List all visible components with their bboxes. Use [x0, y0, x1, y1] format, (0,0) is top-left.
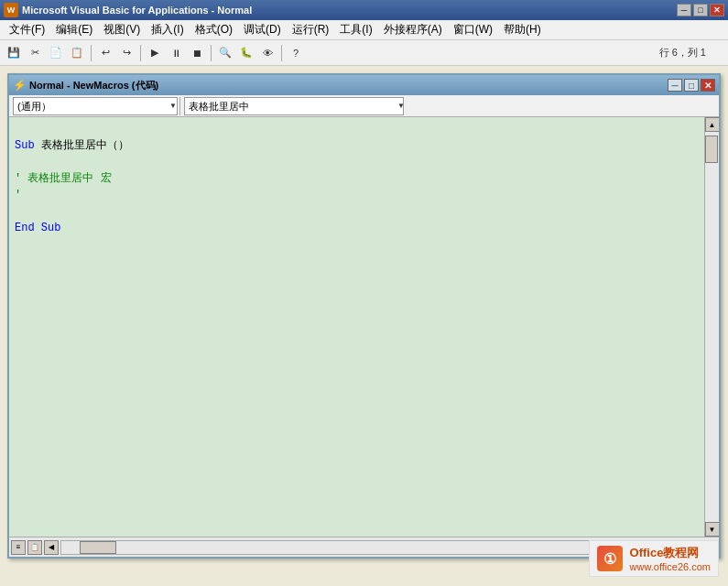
view-form-button[interactable]: 📋: [27, 540, 42, 555]
toolbar-search-btn[interactable]: 🔍: [215, 43, 235, 63]
vba-vertical-scrollbar[interactable]: ▲ ▼: [704, 117, 719, 537]
code-line-5: ': [15, 187, 699, 203]
toolbar-watch-btn[interactable]: 👁: [257, 43, 277, 63]
watermark-site-name: Office教程网: [630, 545, 711, 561]
menu-edit[interactable]: 编辑(E): [50, 20, 98, 39]
menu-insert[interactable]: 插入(I): [146, 20, 189, 39]
vba-maximize-button[interactable]: □: [684, 79, 699, 92]
macro-dropdown[interactable]: 表格批里居中: [184, 97, 404, 115]
toolbar-sep3: [211, 45, 212, 61]
menu-file[interactable]: 文件(F): [4, 20, 50, 39]
menu-help[interactable]: 帮助(H): [498, 20, 547, 39]
code-line-4: ' 表格批里居中 宏: [15, 170, 699, 187]
vba-window-icon: ⚡: [13, 79, 26, 92]
code-line-2: Sub 表格批里居中（）: [15, 137, 699, 154]
toolbar-cursor-pos: 行 6，列 1: [659, 46, 724, 60]
vba-window-title-bar: ⚡ Normal - NewMacros (代码) ─ □ ✕: [9, 75, 719, 95]
toolbar-paste-btn[interactable]: 📋: [67, 43, 87, 63]
toolbar-sep2: [140, 45, 141, 61]
main-area: ⚡ Normal - NewMacros (代码) ─ □ ✕ (通用） 表格批…: [0, 66, 728, 566]
vba-window-controls: ─ □ ✕: [668, 79, 715, 92]
toolbar-help-btn[interactable]: ?: [286, 43, 306, 63]
app-title: Microsoft Visual Basic for Applications …: [22, 5, 677, 16]
context-select-wrap: (通用）: [9, 95, 179, 117]
code-line-3: [15, 154, 699, 170]
scroll-down-button[interactable]: ▼: [705, 522, 720, 537]
app-maximize-button[interactable]: □: [693, 4, 708, 16]
code-editor[interactable]: Sub 表格批里居中（） ' 表格批里居中 宏 ' End Sub: [9, 117, 704, 537]
toolbar-copy-btn[interactable]: 📄: [46, 43, 66, 63]
vba-code-area: Sub 表格批里居中（） ' 表格批里居中 宏 ' End Sub ▲ ▼: [9, 117, 719, 537]
watermark-logo: ①: [597, 546, 623, 571]
hscroll-thumb[interactable]: [80, 541, 116, 554]
menu-debug[interactable]: 调试(D): [238, 20, 287, 39]
watermark: ① Office教程网 www.office26.com: [589, 540, 719, 577]
toolbar-debug-btn[interactable]: 🐛: [236, 43, 256, 63]
toolbar: 💾 ✂ 📄 📋 ↩ ↪ ▶ ⏸ ⏹ 🔍 🐛 👁 ? 行 6，列 1: [0, 40, 728, 66]
watermark-text-block: Office教程网 www.office26.com: [630, 545, 711, 572]
code-line-7: End Sub: [15, 220, 699, 236]
menu-tools[interactable]: 工具(I): [334, 20, 377, 39]
toolbar-cut-btn[interactable]: ✂: [25, 43, 45, 63]
vba-window-title: Normal - NewMacros (代码): [29, 79, 668, 92]
menu-format[interactable]: 格式(O): [190, 20, 238, 39]
toolbar-sep1: [91, 45, 92, 61]
scroll-up-button[interactable]: ▲: [705, 117, 720, 132]
menu-window[interactable]: 窗口(W): [448, 20, 498, 39]
hscroll-left-button[interactable]: ◀: [44, 540, 59, 555]
toolbar-pause-btn[interactable]: ⏸: [166, 43, 186, 63]
vba-minimize-button[interactable]: ─: [668, 79, 682, 92]
watermark-site-url: www.office26.com: [630, 561, 711, 572]
toolbar-sep4: [281, 45, 282, 61]
toolbar-undo-btn[interactable]: ↩: [95, 43, 115, 63]
view-code-button[interactable]: ≡: [11, 540, 26, 555]
menu-run[interactable]: 运行(R): [287, 20, 335, 39]
toolbar-redo-btn[interactable]: ↪: [116, 43, 136, 63]
scroll-track-v[interactable]: [705, 132, 719, 522]
toolbar-run-btn[interactable]: ▶: [145, 43, 165, 63]
code-line-6: [15, 203, 699, 220]
app-icon: W: [4, 3, 18, 17]
toolbar-save-btn[interactable]: 💾: [4, 43, 24, 63]
vba-editor-window: ⚡ Normal - NewMacros (代码) ─ □ ✕ (通用） 表格批…: [7, 73, 721, 559]
menu-view[interactable]: 视图(V): [98, 20, 146, 39]
macro-select-wrap: 表格批里居中: [180, 95, 407, 117]
vba-left-buttons: ≡ 📋: [9, 538, 44, 557]
title-bar-buttons: ─ □ ✕: [677, 4, 724, 16]
code-line-1: [15, 121, 699, 137]
app-title-bar: W Microsoft Visual Basic for Application…: [0, 0, 728, 20]
app-minimize-button[interactable]: ─: [677, 4, 691, 16]
scroll-thumb-v[interactable]: [705, 136, 718, 163]
app-close-button[interactable]: ✕: [710, 4, 724, 16]
vba-close-button[interactable]: ✕: [701, 79, 715, 92]
context-dropdown[interactable]: (通用）: [13, 97, 178, 115]
toolbar-stop-btn[interactable]: ⏹: [187, 43, 207, 63]
menu-bar: 文件(F) 编辑(E) 视图(V) 插入(I) 格式(O) 调试(D) 运行(R…: [0, 20, 728, 40]
menu-addins[interactable]: 外接程序(A): [378, 20, 448, 39]
vba-dropdowns-bar: (通用） 表格批里居中: [9, 95, 719, 117]
